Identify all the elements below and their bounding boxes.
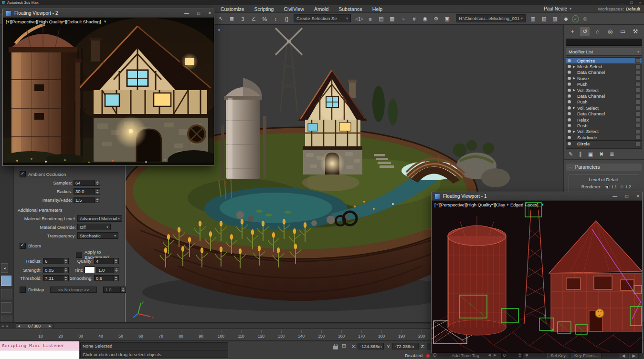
dirtmap-spinner[interactable]: 1.0 [103, 287, 126, 293]
mirror-icon[interactable]: ◁▷ [354, 14, 364, 24]
schematic-view-icon[interactable]: # [409, 14, 419, 24]
modifier-stack-item[interactable]: Push [566, 99, 642, 105]
collapse-panel-button[interactable]: ◂ [1, 263, 8, 273]
menu-item[interactable]: Arnold [314, 6, 328, 12]
floating-viewport-1-window[interactable]: Floating Viewport - 1 — □ × [+][Perspect… [431, 192, 643, 353]
user-account-menu[interactable]: Paul Neale ▾ [544, 5, 571, 12]
modifier-stack-item[interactable]: Optimize [566, 58, 642, 63]
make-unique-icon[interactable]: ▣ [588, 151, 593, 157]
renderer-l1-radio[interactable] [605, 185, 610, 189]
toggle-ribbon-icon[interactable]: ▦ [387, 14, 397, 24]
spinner-arrows-icon[interactable] [63, 258, 68, 264]
menu-item[interactable]: Customize [221, 6, 244, 12]
motion-tab[interactable]: ◎ [605, 27, 615, 36]
visibility-bulb-icon[interactable] [568, 136, 571, 139]
modifier-stack-item[interactable]: ▶ Vol. Select [566, 105, 642, 111]
close-button[interactable]: × [636, 194, 639, 199]
maximize-button[interactable]: □ [625, 194, 628, 199]
visibility-bulb-icon[interactable] [568, 65, 571, 68]
modifier-stack-item[interactable]: ▶ Vol. Select [566, 129, 642, 134]
utilities-tab[interactable]: ⚒ [631, 27, 640, 36]
visibility-bulb-icon[interactable] [568, 124, 571, 127]
modifier-stack-item[interactable]: Data Channel [566, 111, 642, 117]
modifier-stack-item[interactable]: ▶ Noise [566, 75, 642, 81]
ambient-occlusion-checkbox[interactable] [20, 171, 26, 177]
remove-modifier-icon[interactable]: ✖ [599, 151, 603, 157]
menu-item[interactable]: CivilView [284, 6, 304, 12]
spinner-arrows-icon[interactable] [95, 180, 100, 185]
pin-stack-icon[interactable]: ✎ [569, 151, 573, 157]
absolute-offset-mode-icon[interactable]: ⊞ [342, 343, 346, 349]
visibility-bulb-icon[interactable] [568, 77, 571, 80]
y-coordinate-field[interactable]: -72.286m [392, 343, 419, 349]
floating-viewport-2-titlebar[interactable]: Floating Viewport - 2 — □ × [3, 9, 214, 18]
close-button[interactable]: × [208, 10, 211, 16]
rendered-frame-icon[interactable]: ▣ [442, 14, 452, 24]
ao-radius-spinner[interactable]: 30.0 [74, 188, 100, 195]
spinner-arrows-icon[interactable] [63, 267, 68, 273]
spinner-arrows-icon[interactable] [114, 267, 119, 273]
visibility-bulb-icon[interactable] [568, 130, 571, 133]
object-name-field[interactable] [566, 39, 642, 46]
modifier-stack-item[interactable]: Data Channel [566, 93, 642, 99]
spinner-arrows-icon[interactable] [113, 258, 118, 264]
menu-item[interactable]: Substance [338, 6, 362, 12]
material-rendering-level-dropdown[interactable]: Advanced Material▾ [77, 215, 122, 222]
snap-toggle-icon[interactable]: 3 [238, 14, 248, 24]
floating-viewport-2-canvas[interactable]: [+][Perspective][High Quality*][Default … [3, 18, 214, 165]
viewport-layout-tab-active[interactable] [1, 276, 11, 286]
visibility-bulb-icon[interactable] [568, 94, 571, 98]
minimize-button[interactable]: — [184, 10, 189, 16]
maxscript-mini-listener[interactable]: Scripting Mini Listener [0, 341, 79, 359]
show-end-result-icon[interactable]: ∥ [579, 151, 582, 157]
tint-spinner[interactable]: 1.0 [96, 267, 119, 273]
viewport-filter-icon[interactable]: ▼ [541, 203, 545, 207]
minimize-button[interactable]: — [612, 194, 617, 199]
scene-explorer-icon[interactable]: ▧ [539, 14, 549, 24]
visibility-bulb-icon[interactable] [568, 106, 571, 110]
floating-viewport-1-titlebar[interactable]: Floating Viewport - 1 — □ × [432, 192, 642, 201]
intensity-fade-spinner[interactable]: 1.5 [74, 197, 100, 203]
visibility-bulb-icon[interactable] [568, 59, 571, 62]
spinner-arrows-icon[interactable] [120, 287, 126, 292]
state-sets-icon[interactable]: ▥ [528, 14, 538, 24]
modifier-stack-item[interactable]: Push [566, 82, 642, 87]
previous-frame-icon[interactable]: ◀ [18, 324, 20, 328]
visibility-bulb-icon[interactable] [568, 82, 571, 86]
viewport-filter-icon[interactable]: ▼ [217, 28, 221, 32]
add-time-tag[interactable]: Add Time Tag [452, 353, 479, 358]
time-slider-handle[interactable]: ◀ 0 / 300 ▶ [16, 323, 53, 329]
visibility-bulb-icon[interactable] [568, 89, 571, 92]
render-flags-icon[interactable]: ▨ [550, 14, 560, 24]
floating-viewport-1-canvas[interactable]: [+][Perspective][High Quality*][Clay + E… [432, 201, 642, 353]
material-editor-icon[interactable]: ◉ [420, 14, 430, 24]
modifier-list-dropdown[interactable]: Modifier List ▾ [566, 48, 642, 56]
bloom-radius-spinner[interactable]: 6 [43, 258, 69, 264]
maximize-button[interactable]: □ [197, 10, 200, 16]
expand-arrow-icon[interactable]: ▶ [572, 106, 576, 110]
project-path-combo[interactable]: H:\Clients\au...eModeling_001 ▾ [456, 14, 526, 22]
render-setup-icon[interactable]: ⚙ [431, 14, 441, 24]
expand-arrow-icon[interactable]: ▶ [572, 130, 576, 133]
modifier-stack-item[interactable]: Relax [566, 117, 642, 123]
expand-arrow-icon[interactable]: ▶ [572, 76, 576, 80]
viewport-layout-tab[interactable] [1, 289, 11, 299]
degradation-disabled-label[interactable]: Disabled: [405, 353, 424, 358]
dirtmap-checkbox[interactable] [20, 287, 26, 293]
select-object-icon[interactable]: ↖ [216, 14, 226, 24]
window-maximize-button[interactable]: □ [630, 0, 633, 5]
window-close-button[interactable]: × [639, 0, 641, 5]
x-coordinate-field[interactable]: -124.868m [358, 343, 384, 349]
quality-spinner[interactable]: 4 [94, 258, 119, 264]
viewport-label[interactable]: [+][Perspective][High Quality*][Clay + E… [434, 202, 538, 207]
dirtmap-image-button[interactable]: << No Image >> [50, 287, 97, 293]
mini-listener-script-row[interactable] [0, 350, 79, 359]
menu-item[interactable]: Help [372, 6, 383, 12]
configure-modifier-sets-icon[interactable]: ≣ [610, 151, 614, 157]
visibility-bulb-icon[interactable] [568, 100, 571, 103]
bloom-checkbox[interactable] [20, 243, 26, 249]
visibility-bulb-icon[interactable] [568, 112, 571, 115]
visibility-bulb-icon[interactable] [568, 71, 571, 74]
modifier-stack-item[interactable]: Subdivide [566, 134, 642, 140]
mini-listener-macro-row[interactable]: Scripting Mini Listener [0, 341, 79, 350]
